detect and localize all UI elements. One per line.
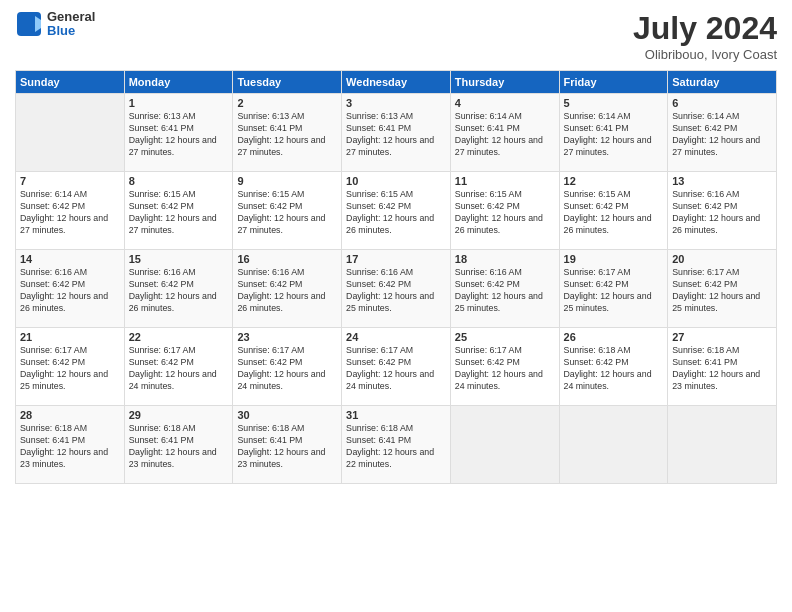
day-number: 22: [129, 331, 229, 343]
day-number: 20: [672, 253, 772, 265]
calendar-cell: [668, 406, 777, 484]
weekday-header-row: SundayMondayTuesdayWednesdayThursdayFrid…: [16, 71, 777, 94]
calendar-cell: 25Sunrise: 6:17 AM Sunset: 6:42 PM Dayli…: [450, 328, 559, 406]
day-info: Sunrise: 6:14 AM Sunset: 6:41 PM Dayligh…: [455, 111, 555, 159]
calendar-cell: 10Sunrise: 6:15 AM Sunset: 6:42 PM Dayli…: [342, 172, 451, 250]
calendar-week-row: 21Sunrise: 6:17 AM Sunset: 6:42 PM Dayli…: [16, 328, 777, 406]
day-number: 14: [20, 253, 120, 265]
day-number: 15: [129, 253, 229, 265]
calendar-cell: 5Sunrise: 6:14 AM Sunset: 6:41 PM Daylig…: [559, 94, 668, 172]
calendar-cell: 1Sunrise: 6:13 AM Sunset: 6:41 PM Daylig…: [124, 94, 233, 172]
logo-general: General: [47, 10, 95, 24]
title-section: July 2024 Olibribouo, Ivory Coast: [633, 10, 777, 62]
day-number: 21: [20, 331, 120, 343]
day-info: Sunrise: 6:17 AM Sunset: 6:42 PM Dayligh…: [564, 267, 664, 315]
day-number: 7: [20, 175, 120, 187]
calendar-week-row: 28Sunrise: 6:18 AM Sunset: 6:41 PM Dayli…: [16, 406, 777, 484]
calendar-week-row: 1Sunrise: 6:13 AM Sunset: 6:41 PM Daylig…: [16, 94, 777, 172]
weekday-header: Sunday: [16, 71, 125, 94]
calendar-cell: 26Sunrise: 6:18 AM Sunset: 6:42 PM Dayli…: [559, 328, 668, 406]
day-number: 17: [346, 253, 446, 265]
day-number: 25: [455, 331, 555, 343]
subtitle: Olibribouo, Ivory Coast: [633, 47, 777, 62]
day-number: 8: [129, 175, 229, 187]
weekday-header: Thursday: [450, 71, 559, 94]
calendar-cell: 15Sunrise: 6:16 AM Sunset: 6:42 PM Dayli…: [124, 250, 233, 328]
day-info: Sunrise: 6:18 AM Sunset: 6:41 PM Dayligh…: [346, 423, 446, 471]
day-info: Sunrise: 6:17 AM Sunset: 6:42 PM Dayligh…: [455, 345, 555, 393]
calendar-cell: 2Sunrise: 6:13 AM Sunset: 6:41 PM Daylig…: [233, 94, 342, 172]
logo-icon: [15, 10, 43, 38]
calendar-week-row: 7Sunrise: 6:14 AM Sunset: 6:42 PM Daylig…: [16, 172, 777, 250]
day-number: 24: [346, 331, 446, 343]
day-number: 13: [672, 175, 772, 187]
weekday-header: Tuesday: [233, 71, 342, 94]
calendar-cell: 7Sunrise: 6:14 AM Sunset: 6:42 PM Daylig…: [16, 172, 125, 250]
day-number: 26: [564, 331, 664, 343]
day-info: Sunrise: 6:16 AM Sunset: 6:42 PM Dayligh…: [237, 267, 337, 315]
day-info: Sunrise: 6:16 AM Sunset: 6:42 PM Dayligh…: [672, 189, 772, 237]
day-number: 6: [672, 97, 772, 109]
day-number: 11: [455, 175, 555, 187]
calendar-cell: 11Sunrise: 6:15 AM Sunset: 6:42 PM Dayli…: [450, 172, 559, 250]
day-info: Sunrise: 6:14 AM Sunset: 6:41 PM Dayligh…: [564, 111, 664, 159]
day-info: Sunrise: 6:16 AM Sunset: 6:42 PM Dayligh…: [346, 267, 446, 315]
day-number: 9: [237, 175, 337, 187]
header: General Blue July 2024 Olibribouo, Ivory…: [15, 10, 777, 62]
day-number: 1: [129, 97, 229, 109]
day-info: Sunrise: 6:15 AM Sunset: 6:42 PM Dayligh…: [237, 189, 337, 237]
calendar-cell: 24Sunrise: 6:17 AM Sunset: 6:42 PM Dayli…: [342, 328, 451, 406]
day-info: Sunrise: 6:15 AM Sunset: 6:42 PM Dayligh…: [129, 189, 229, 237]
calendar-cell: 18Sunrise: 6:16 AM Sunset: 6:42 PM Dayli…: [450, 250, 559, 328]
logo: General Blue: [15, 10, 95, 39]
calendar-cell: 9Sunrise: 6:15 AM Sunset: 6:42 PM Daylig…: [233, 172, 342, 250]
calendar-cell: 17Sunrise: 6:16 AM Sunset: 6:42 PM Dayli…: [342, 250, 451, 328]
calendar-cell: 21Sunrise: 6:17 AM Sunset: 6:42 PM Dayli…: [16, 328, 125, 406]
day-info: Sunrise: 6:14 AM Sunset: 6:42 PM Dayligh…: [20, 189, 120, 237]
calendar-cell: 27Sunrise: 6:18 AM Sunset: 6:41 PM Dayli…: [668, 328, 777, 406]
day-info: Sunrise: 6:16 AM Sunset: 6:42 PM Dayligh…: [455, 267, 555, 315]
calendar-cell: [16, 94, 125, 172]
day-info: Sunrise: 6:14 AM Sunset: 6:42 PM Dayligh…: [672, 111, 772, 159]
calendar-cell: 14Sunrise: 6:16 AM Sunset: 6:42 PM Dayli…: [16, 250, 125, 328]
day-info: Sunrise: 6:15 AM Sunset: 6:42 PM Dayligh…: [564, 189, 664, 237]
calendar-cell: 22Sunrise: 6:17 AM Sunset: 6:42 PM Dayli…: [124, 328, 233, 406]
day-number: 28: [20, 409, 120, 421]
day-info: Sunrise: 6:13 AM Sunset: 6:41 PM Dayligh…: [237, 111, 337, 159]
calendar-page: General Blue July 2024 Olibribouo, Ivory…: [0, 0, 792, 612]
day-info: Sunrise: 6:18 AM Sunset: 6:41 PM Dayligh…: [672, 345, 772, 393]
calendar-cell: 28Sunrise: 6:18 AM Sunset: 6:41 PM Dayli…: [16, 406, 125, 484]
day-info: Sunrise: 6:18 AM Sunset: 6:41 PM Dayligh…: [129, 423, 229, 471]
calendar-cell: 4Sunrise: 6:14 AM Sunset: 6:41 PM Daylig…: [450, 94, 559, 172]
calendar-cell: 31Sunrise: 6:18 AM Sunset: 6:41 PM Dayli…: [342, 406, 451, 484]
day-info: Sunrise: 6:17 AM Sunset: 6:42 PM Dayligh…: [129, 345, 229, 393]
weekday-header: Friday: [559, 71, 668, 94]
day-number: 29: [129, 409, 229, 421]
day-number: 10: [346, 175, 446, 187]
day-number: 23: [237, 331, 337, 343]
calendar-cell: 20Sunrise: 6:17 AM Sunset: 6:42 PM Dayli…: [668, 250, 777, 328]
day-info: Sunrise: 6:18 AM Sunset: 6:41 PM Dayligh…: [20, 423, 120, 471]
weekday-header: Wednesday: [342, 71, 451, 94]
day-info: Sunrise: 6:17 AM Sunset: 6:42 PM Dayligh…: [237, 345, 337, 393]
calendar-cell: [450, 406, 559, 484]
day-info: Sunrise: 6:16 AM Sunset: 6:42 PM Dayligh…: [129, 267, 229, 315]
day-number: 30: [237, 409, 337, 421]
day-info: Sunrise: 6:13 AM Sunset: 6:41 PM Dayligh…: [346, 111, 446, 159]
calendar-cell: 8Sunrise: 6:15 AM Sunset: 6:42 PM Daylig…: [124, 172, 233, 250]
day-number: 18: [455, 253, 555, 265]
day-info: Sunrise: 6:16 AM Sunset: 6:42 PM Dayligh…: [20, 267, 120, 315]
day-info: Sunrise: 6:15 AM Sunset: 6:42 PM Dayligh…: [346, 189, 446, 237]
calendar-cell: 16Sunrise: 6:16 AM Sunset: 6:42 PM Dayli…: [233, 250, 342, 328]
calendar-cell: 30Sunrise: 6:18 AM Sunset: 6:41 PM Dayli…: [233, 406, 342, 484]
calendar-cell: 12Sunrise: 6:15 AM Sunset: 6:42 PM Dayli…: [559, 172, 668, 250]
day-info: Sunrise: 6:15 AM Sunset: 6:42 PM Dayligh…: [455, 189, 555, 237]
day-number: 3: [346, 97, 446, 109]
day-info: Sunrise: 6:17 AM Sunset: 6:42 PM Dayligh…: [672, 267, 772, 315]
day-number: 12: [564, 175, 664, 187]
weekday-header: Monday: [124, 71, 233, 94]
logo-blue: Blue: [47, 24, 95, 38]
calendar-cell: 29Sunrise: 6:18 AM Sunset: 6:41 PM Dayli…: [124, 406, 233, 484]
calendar-cell: 19Sunrise: 6:17 AM Sunset: 6:42 PM Dayli…: [559, 250, 668, 328]
calendar-week-row: 14Sunrise: 6:16 AM Sunset: 6:42 PM Dayli…: [16, 250, 777, 328]
